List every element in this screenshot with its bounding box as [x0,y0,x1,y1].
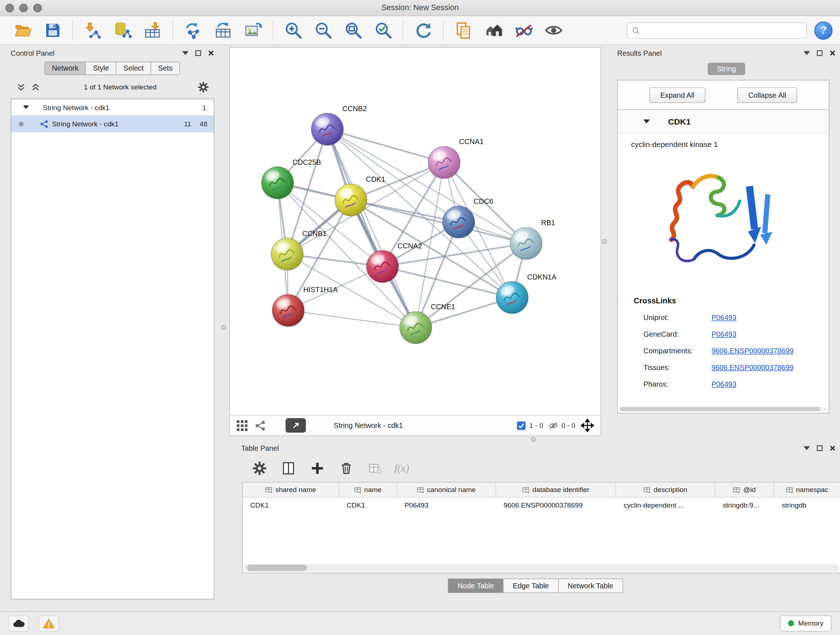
edge-CDK1-RB1[interactable] [351,200,526,243]
expand-all-networks-icon[interactable] [32,83,39,91]
crosslink-link[interactable]: P06493 [712,380,737,388]
pan-mode-button[interactable] [581,419,594,432]
crosslink-link[interactable]: 9606.ENSP00000378699 [712,347,794,355]
crosslink-link[interactable]: P06493 [712,314,737,321]
zoom-selected-button[interactable] [371,18,395,43]
network-row-selected[interactable]: String Network - cdk1 11 48 [11,115,214,132]
search-box[interactable] [627,22,807,38]
table-cell[interactable]: CDK1 [339,497,397,512]
node-CCNA1[interactable] [428,146,460,179]
node-CDC25B[interactable] [262,167,294,199]
zoom-in-button[interactable] [281,18,305,43]
table-cell[interactable]: CDK1 [243,497,339,512]
control-tab-sets[interactable]: Sets [150,62,180,75]
splitter-handle[interactable] [221,325,226,329]
save-session-button[interactable] [40,18,65,43]
tab-node-table[interactable]: Node Table [448,578,504,593]
table-cell[interactable]: cyclin-dependent ... [616,497,715,512]
import-network-database-button[interactable] [111,18,135,43]
column-header-name[interactable]: name [339,483,397,497]
column-header-namespac[interactable]: namespac [774,483,840,497]
column-header-description[interactable]: description [616,483,715,497]
column-header--id[interactable]: @id [715,483,774,497]
node-CDC6[interactable] [442,206,475,238]
edge-CCNA2-CDKN1A[interactable] [382,266,512,298]
network-overview-icon[interactable] [254,420,266,432]
selected-checkbox-icon[interactable] [516,421,526,431]
panel-close-button[interactable] [208,50,215,57]
cloud-status-button[interactable] [9,615,29,631]
node-HIST1H1A[interactable] [272,295,304,326]
clone-network-button[interactable] [451,18,476,43]
table-cell[interactable]: stringdb:9... [715,497,774,512]
panel-float-button[interactable] [182,50,189,57]
zoom-fit-button[interactable] [341,18,365,43]
import-network-file-button[interactable] [80,18,105,43]
help-button[interactable]: ? [814,21,832,39]
export-image-button[interactable] [240,18,265,43]
tab-edge-table[interactable]: Edge Table [503,578,559,593]
network-options-gear-icon[interactable] [197,81,209,92]
scrollbar-thumb[interactable] [620,407,820,411]
table-horizontal-scrollbar[interactable] [244,564,840,572]
column-header-database-identifier[interactable]: database identifier [496,483,616,497]
control-tab-network[interactable]: Network [44,62,86,75]
node-CCNB2[interactable] [311,113,343,145]
crosslink-link[interactable]: P06493 [712,330,737,338]
node-CDKN1A[interactable] [496,281,528,314]
hide-panels-button[interactable] [511,18,536,43]
zoom-out-button[interactable] [311,18,335,43]
new-table-button[interactable] [210,18,235,43]
hidden-eye-icon[interactable] [548,421,558,431]
add-column-plus-icon[interactable] [308,458,327,478]
delete-column-trash-icon[interactable] [336,458,355,478]
results-horizontal-scrollbar[interactable] [620,407,827,411]
column-header-shared-name[interactable]: shared name [243,483,339,497]
panel-close-button[interactable] [829,50,836,57]
edge-CCNB2-CCNE1[interactable] [327,129,416,328]
panel-maximize-button[interactable] [816,50,823,57]
table-row[interactable]: CDK1CDK1P064939606.ENSP00000378699cyclin… [243,497,840,512]
refresh-layout-button[interactable] [411,18,436,43]
control-tab-style[interactable]: Style [85,62,117,75]
detach-view-button[interactable] [286,418,306,432]
node-CCNA2[interactable] [366,250,399,283]
memory-button[interactable]: Memory [780,615,831,631]
table-cell[interactable]: 9606.ENSP00000378699 [496,497,616,512]
collapse-all-button[interactable]: Collapse All [737,87,798,103]
node-CDK1[interactable] [335,184,367,216]
crosslink-link[interactable]: 9606.ENSP00000378699 [712,363,794,371]
collection-disclosure-icon[interactable] [23,105,29,109]
column-header-canonical-name[interactable]: canonical name [397,483,496,497]
network-collection-row[interactable]: String Network - cdk1 1 [11,99,214,115]
grid-view-icon[interactable] [236,420,248,432]
node-CCNE1[interactable] [400,311,432,344]
table-cell[interactable]: P06493 [397,497,496,512]
scrollbar-thumb[interactable] [247,564,307,571]
show-columns-icon[interactable] [279,458,298,478]
entry-disclosure-icon[interactable] [644,119,650,124]
warnings-button[interactable] [39,615,59,631]
table-settings-gear-icon[interactable] [249,458,269,478]
open-session-button[interactable] [10,18,35,43]
panel-maximize-button[interactable] [195,50,202,57]
home-view-button[interactable] [481,18,506,43]
search-input[interactable] [644,27,802,35]
tab-network-table[interactable]: Network Table [558,578,623,593]
panel-float-button[interactable] [804,50,810,57]
import-table-button[interactable] [141,18,165,43]
node-RB1[interactable] [510,227,542,260]
panel-maximize-button[interactable] [816,445,823,451]
collapse-all-networks-icon[interactable] [17,83,25,91]
entry-header[interactable]: CDK1 [617,110,829,134]
show-panels-button[interactable] [541,18,566,43]
expand-all-button[interactable]: Expand All [649,87,706,103]
edge-HIST1H1A-CCNE1[interactable] [288,310,416,327]
panel-float-button[interactable] [804,445,810,451]
network-graph[interactable]: CCNB2CCNA1CDC25BCDK1CDC6RB1CCNB1CCNA2CDK… [230,48,600,415]
network-canvas[interactable]: CCNB2CCNA1CDC25BCDK1CDC6RB1CCNB1CCNA2CDK… [230,48,600,415]
splitter-handle[interactable] [602,239,607,244]
new-network-button[interactable] [180,18,205,43]
table-cell[interactable]: stringdb [774,497,840,512]
node-CCNB1[interactable] [271,238,303,271]
